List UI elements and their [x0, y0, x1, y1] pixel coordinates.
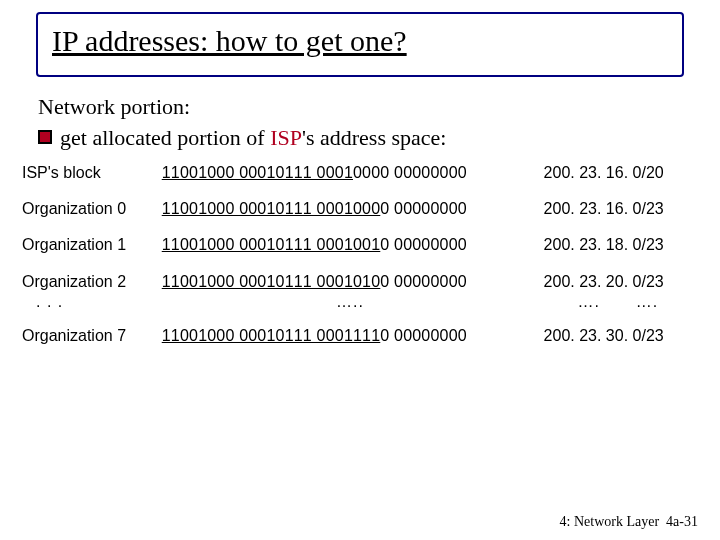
- bullet-isp: ISP: [270, 125, 302, 150]
- binary-rest: 0 00000000: [380, 327, 467, 344]
- slide-footer: 4: Network Layer 4a-31: [560, 514, 698, 530]
- ellipsis-label: . . .: [22, 293, 162, 311]
- binary-prefix: 11001000 00010111 0001000: [162, 200, 381, 217]
- row-cidr: 200. 23. 30. 0/23: [538, 327, 692, 345]
- row-label: Organization 0: [22, 200, 162, 218]
- binary-prefix: 11001000 00010111 0001111: [162, 327, 381, 344]
- row-cidr: 200. 23. 16. 0/23: [538, 200, 692, 218]
- footer-page: 4a-31: [666, 514, 698, 529]
- table-row: ISP's block 11001000 00010111 00010000 0…: [22, 164, 692, 182]
- binary-rest: 0 00000000: [380, 200, 467, 217]
- footer-section: 4: Network Layer: [560, 514, 660, 529]
- binary-prefix: 11001000 00010111 0001: [162, 164, 353, 181]
- bullet-post: 's address space:: [302, 125, 446, 150]
- title-box: IP addresses: how to get one?: [36, 12, 684, 77]
- bullet-pre: get allocated portion of: [60, 125, 270, 150]
- row-binary: 11001000 00010111 00010000 00000000: [162, 200, 538, 218]
- ellipsis-binary: …..: [162, 293, 538, 311]
- row-label: ISP's block: [22, 164, 162, 182]
- row-binary: 11001000 00010111 00011110 00000000: [162, 327, 538, 345]
- slide: IP addresses: how to get one? Network po…: [0, 0, 720, 540]
- dots: ….: [578, 293, 600, 310]
- dots: …..: [336, 293, 364, 310]
- row-binary: 11001000 00010111 00010010 00000000: [162, 236, 538, 254]
- subhead: Network portion:: [38, 93, 682, 121]
- row-cidr: 200. 23. 20. 0/23: [538, 273, 692, 291]
- slide-title: IP addresses: how to get one?: [52, 24, 668, 59]
- row-cidr: 200. 23. 16. 0/20: [538, 164, 692, 182]
- binary-prefix: 11001000 00010111 0001010: [162, 273, 381, 290]
- table-row: Organization 2 11001000 00010111 0001010…: [22, 273, 692, 291]
- row-cidr: 200. 23. 18. 0/23: [538, 236, 692, 254]
- ellipsis-row: . . . ….. …. ….: [22, 293, 692, 311]
- bullet-row: get allocated portion of ISP's address s…: [38, 124, 682, 152]
- table-row: Organization 0 11001000 00010111 0001000…: [22, 200, 692, 218]
- row-label: Organization 2: [22, 273, 162, 291]
- table-row: Organization 7 11001000 00010111 0001111…: [22, 327, 692, 345]
- binary-prefix: 11001000 00010111 0001001: [162, 236, 381, 253]
- dots: . . .: [36, 293, 63, 310]
- ellipsis-cidr: …. ….: [538, 293, 692, 311]
- binary-rest: 0 00000000: [380, 236, 467, 253]
- row-label: Organization 7: [22, 327, 162, 345]
- ip-table: ISP's block 11001000 00010111 00010000 0…: [22, 164, 692, 346]
- row-label: Organization 1: [22, 236, 162, 254]
- binary-rest: 0000 00000000: [353, 164, 467, 181]
- row-binary: 11001000 00010111 00010000 00000000: [162, 164, 538, 182]
- row-binary: 11001000 00010111 00010100 00000000: [162, 273, 538, 291]
- bullet-icon: [38, 130, 52, 144]
- table-row: Organization 1 11001000 00010111 0001001…: [22, 236, 692, 254]
- bullet-text: get allocated portion of ISP's address s…: [60, 124, 446, 152]
- binary-rest: 0 00000000: [380, 273, 467, 290]
- dots: ….: [636, 293, 658, 310]
